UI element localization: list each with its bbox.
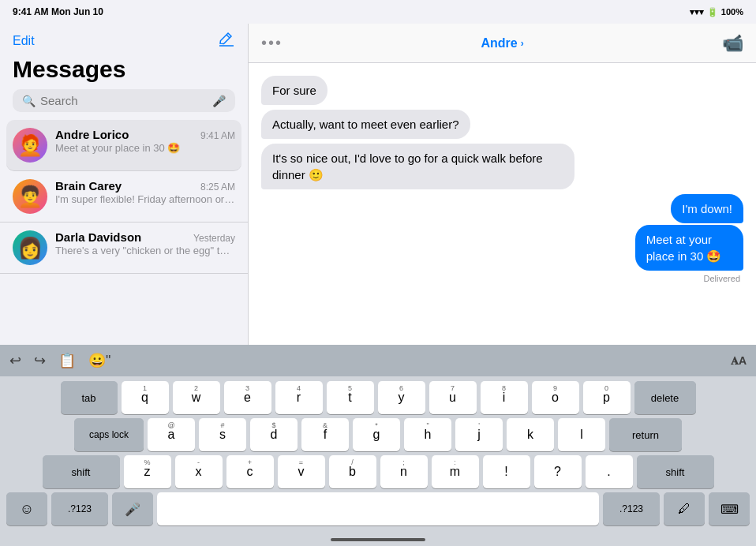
- conversation-top: Andre Lorico 9:41 AM: [55, 128, 235, 141]
- microphone-key[interactable]: 🎤: [112, 492, 153, 525]
- key-k[interactable]: k: [507, 418, 554, 451]
- key-y[interactable]: 6y: [378, 381, 425, 414]
- space-key[interactable]: [157, 492, 599, 525]
- message-bubble: I'm down!: [671, 194, 743, 223]
- chevron-right-icon: ›: [521, 38, 524, 49]
- numbers-key[interactable]: .?123: [51, 492, 108, 525]
- key-b[interactable]: /b: [329, 455, 376, 488]
- numbers-key-right[interactable]: .?123: [603, 492, 660, 525]
- drag-handle: •••: [261, 34, 283, 52]
- search-input[interactable]: [40, 94, 208, 107]
- keyboard-bottom-row: ☺ .?123 🎤 .?123 🖊 ⌨: [3, 492, 753, 525]
- key-x[interactable]: -x: [175, 455, 223, 488]
- battery-icon: 🔋: [707, 7, 718, 17]
- key-t[interactable]: 5t: [327, 381, 374, 414]
- avatar: 👩: [13, 230, 47, 265]
- status-time: 9:41 AM Mon Jun 10: [13, 6, 103, 17]
- key-l[interactable]: l: [558, 418, 605, 451]
- conversation-preview: Meet at your place in 30 🤩: [55, 142, 235, 154]
- conversation-name: Darla Davidson: [55, 230, 141, 244]
- keyboard-toolbar: ↩ ↪ 📋 😀" 𝐀A: [0, 345, 756, 376]
- key-z[interactable]: %z: [124, 455, 171, 488]
- compose-button[interactable]: [218, 30, 235, 51]
- tab-key[interactable]: tab: [61, 381, 118, 414]
- conversation-time: Yesterday: [193, 233, 235, 244]
- sent-messages-group: I'm down! Meet at your place in 30 🤩 Del…: [577, 194, 743, 283]
- emoji-key[interactable]: ☺: [6, 492, 47, 525]
- return-key[interactable]: return: [609, 418, 682, 451]
- key-q[interactable]: 1q: [122, 381, 169, 414]
- key-v[interactable]: =v: [278, 455, 325, 488]
- shift-key-left[interactable]: shift: [43, 455, 120, 488]
- conversation-item[interactable]: 👩 Darla Davidson Yesterday There's a ver…: [0, 223, 248, 274]
- clipboard-button[interactable]: 📋: [58, 352, 76, 369]
- key-i[interactable]: 8i: [481, 381, 528, 414]
- cursor-key[interactable]: 🖊: [664, 492, 705, 525]
- chat-contact-name[interactable]: Andre ›: [481, 36, 523, 50]
- key-period[interactable]: .: [586, 455, 633, 488]
- key-w[interactable]: 2w: [173, 381, 220, 414]
- keyboard-rows: tab 1q 2w 3e 4r 5t 6y 7u 8i 9o 0p delete…: [0, 376, 756, 533]
- key-r[interactable]: 4r: [275, 381, 323, 414]
- conversation-name: Brain Carey: [55, 179, 122, 193]
- home-bar: [331, 538, 425, 541]
- key-g[interactable]: *g: [353, 418, 400, 451]
- key-c[interactable]: +c: [226, 455, 274, 488]
- key-d[interactable]: $d: [250, 418, 298, 451]
- key-h[interactable]: "h: [404, 418, 451, 451]
- key-exclamation[interactable]: !: [483, 455, 530, 488]
- conversation-content: Andre Lorico 9:41 AM Meet at your place …: [55, 128, 235, 154]
- conversation-content: Darla Davidson Yesterday There's a very …: [55, 230, 235, 256]
- message-bubble: Actually, want to meet even earlier?: [261, 110, 470, 139]
- delivered-label: Delivered: [704, 274, 743, 283]
- undo-button[interactable]: ↩: [9, 352, 21, 369]
- conversation-time: 9:41 AM: [200, 130, 235, 141]
- key-j[interactable]: 'j: [455, 418, 503, 451]
- shift-key-right[interactable]: shift: [637, 455, 714, 488]
- key-n[interactable]: ;n: [380, 455, 428, 488]
- toolbar-left: ↩ ↪ 📋 😀": [9, 352, 110, 369]
- conversation-item[interactable]: 🧑‍🦱 Brain Carey 8:25 AM I'm super flexib…: [0, 171, 248, 223]
- home-indicator: [0, 533, 756, 546]
- key-a[interactable]: @a: [148, 418, 195, 451]
- conversation-content: Brain Carey 8:25 AM I'm super flexible! …: [55, 179, 235, 205]
- message-bubble: Meet at your place in 30 🤩: [635, 225, 743, 271]
- conversation-top: Brain Carey 8:25 AM: [55, 179, 235, 193]
- delete-key[interactable]: delete: [634, 381, 696, 414]
- key-m[interactable]: :m: [432, 455, 479, 488]
- keyboard-row-3: shift %z -x +c =v /b ;n :m ! ? . shift: [3, 455, 753, 488]
- key-f[interactable]: &f: [301, 418, 349, 451]
- conversation-preview: I'm super flexible! Friday afternoon or …: [55, 193, 235, 205]
- keyboard-area: ↩ ↪ 📋 😀" 𝐀A tab 1q 2w 3e 4r 5t 6y 7u 8i …: [0, 345, 756, 546]
- wifi-icon: ▾▾▾: [690, 7, 704, 17]
- conversation-time: 8:25 AM: [200, 181, 235, 193]
- caps-lock-key[interactable]: caps lock: [74, 418, 144, 451]
- keyboard-row-2: caps lock @a #s $d &f *g "h 'j k l retur…: [3, 418, 753, 451]
- conversation-preview: There's a very "chicken or the egg" thin…: [55, 245, 235, 256]
- status-bar: 9:41 AM Mon Jun 10 ▾▾▾ 🔋 100%: [0, 0, 756, 24]
- search-icon: 🔍: [22, 95, 36, 107]
- message-bubble: For sure: [261, 76, 327, 105]
- avatar: 🧑‍🦱: [13, 179, 47, 214]
- conversation-top: Darla Davidson Yesterday: [55, 230, 235, 244]
- sidebar-header: Edit: [0, 24, 248, 54]
- key-e[interactable]: 3e: [224, 381, 271, 414]
- edit-button[interactable]: Edit: [13, 34, 35, 48]
- key-question[interactable]: ?: [534, 455, 582, 488]
- conversation-item[interactable]: 🧑‍🦰 Andre Lorico 9:41 AM Meet at your pl…: [6, 120, 241, 171]
- emoji-picker-button[interactable]: 😀": [88, 352, 110, 369]
- text-format-button[interactable]: 𝐀A: [731, 354, 747, 368]
- status-indicators: ▾▾▾ 🔋 100%: [690, 7, 743, 17]
- key-s[interactable]: #s: [199, 418, 246, 451]
- search-bar[interactable]: 🔍 🎤: [13, 89, 235, 112]
- redo-button[interactable]: ↪: [34, 352, 46, 369]
- microphone-icon[interactable]: 🎤: [212, 95, 226, 107]
- keyboard-row-1: tab 1q 2w 3e 4r 5t 6y 7u 8i 9o 0p delete: [3, 381, 753, 414]
- battery-percent: 100%: [721, 7, 743, 17]
- key-o[interactable]: 9o: [532, 381, 579, 414]
- key-p[interactable]: 0p: [583, 381, 631, 414]
- conversation-name: Andre Lorico: [55, 128, 129, 141]
- video-call-button[interactable]: 📹: [722, 33, 743, 54]
- keyboard-dismiss-key[interactable]: ⌨: [709, 492, 750, 525]
- key-u[interactable]: 7u: [429, 381, 477, 414]
